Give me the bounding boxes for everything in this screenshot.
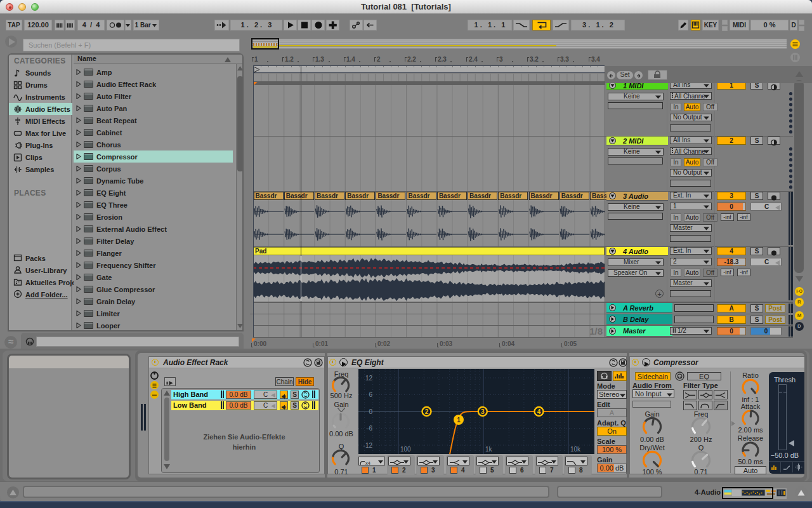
svg-text:12: 12 [365, 375, 373, 382]
svg-text:10k: 10k [570, 446, 581, 453]
svg-text:100: 100 [400, 446, 411, 453]
svg-text:0: 0 [369, 408, 372, 415]
svg-text:2: 2 [425, 408, 429, 415]
svg-text:x4: x4 [365, 460, 370, 466]
svg-text:4: 4 [537, 408, 541, 415]
svg-text:6: 6 [369, 391, 372, 398]
svg-text:-12: -12 [363, 442, 373, 449]
svg-text:1k: 1k [485, 446, 493, 453]
svg-text:1: 1 [457, 417, 461, 424]
svg-text:-6: -6 [367, 425, 372, 432]
svg-text:3: 3 [481, 408, 485, 415]
